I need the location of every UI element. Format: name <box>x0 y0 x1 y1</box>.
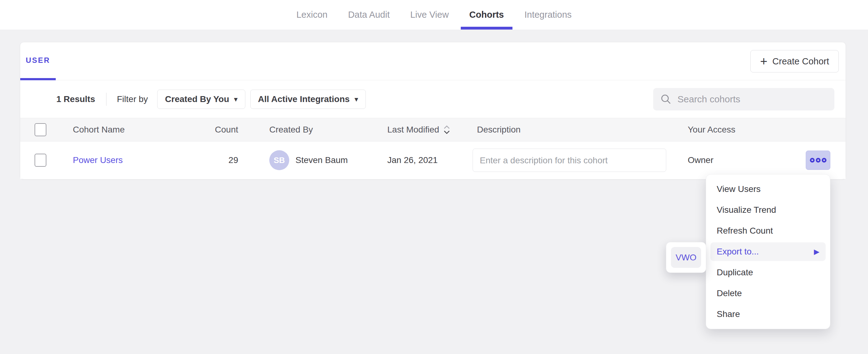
menu-item-view-users[interactable]: View Users <box>710 179 826 200</box>
nav-tab-lexicon[interactable]: Lexicon <box>288 0 336 30</box>
avatar: SB <box>269 150 289 170</box>
created-by-cell: SB Steven Baum <box>269 150 348 170</box>
card-tab-bar: USER + Create Cohort <box>20 42 845 80</box>
column-description: Description <box>477 125 521 135</box>
search-icon <box>660 93 672 105</box>
menu-item-export-to-label: Export to... <box>717 247 759 257</box>
integrations-dropdown[interactable]: All Active Integrations ▾ <box>250 90 366 109</box>
cohort-count: 29 <box>170 155 238 165</box>
nav-tab-cohorts[interactable]: Cohorts <box>461 0 512 30</box>
nav-tab-integrations[interactable]: Integrations <box>516 0 580 30</box>
filter-by-label: Filter by <box>117 94 148 104</box>
results-count: 1 Results <box>56 94 95 104</box>
description-input[interactable] <box>473 149 666 172</box>
menu-item-export-to[interactable]: Export to... ▶ <box>710 242 826 261</box>
top-nav: Lexicon Data Audit Live View Cohorts Int… <box>0 0 868 30</box>
search-box <box>653 88 834 110</box>
description-cell <box>473 149 666 172</box>
row-checkbox[interactable] <box>35 154 46 167</box>
more-actions-button[interactable] <box>806 151 830 170</box>
create-cohort-button[interactable]: + Create Cohort <box>750 50 839 72</box>
more-icon <box>809 157 827 164</box>
submenu-arrow-icon: ▶ <box>814 248 819 256</box>
column-last-modified[interactable]: Last Modified <box>387 125 451 135</box>
row-context-menu: View Users Visualize Trend Refresh Count… <box>706 174 830 329</box>
actions-cell <box>806 151 830 170</box>
sort-icon <box>443 125 451 134</box>
select-all-checkbox[interactable] <box>35 123 46 136</box>
create-cohort-label: Create Cohort <box>772 56 829 67</box>
table-row: Power Users 29 SB Steven Baum Jan 26, 20… <box>20 141 845 179</box>
search-input[interactable] <box>678 94 828 104</box>
tab-user[interactable]: USER <box>20 42 56 80</box>
menu-item-delete[interactable]: Delete <box>710 283 826 303</box>
plus-icon: + <box>760 55 767 67</box>
nav-tab-data-audit[interactable]: Data Audit <box>340 0 398 30</box>
last-modified-cell: Jan 26, 2021 <box>387 155 438 165</box>
menu-item-share[interactable]: Share <box>710 303 826 324</box>
chevron-down-icon: ▾ <box>234 96 238 103</box>
cohorts-card: USER + Create Cohort 1 Results Filter by… <box>20 42 846 180</box>
integrations-dropdown-label: All Active Integrations <box>258 94 350 104</box>
cohort-name-link[interactable]: Power Users <box>73 155 123 165</box>
divider <box>106 93 106 106</box>
menu-item-refresh-count[interactable]: Refresh Count <box>710 221 826 242</box>
nav-tab-live-view[interactable]: Live View <box>402 0 457 30</box>
export-option-vwo[interactable]: VWO <box>671 247 701 268</box>
column-count: Count <box>170 125 238 135</box>
access-value: Owner <box>688 155 713 165</box>
column-cohort-name: Cohort Name <box>73 125 125 135</box>
created-by-dropdown[interactable]: Created By You ▾ <box>157 90 245 109</box>
chevron-down-icon: ▾ <box>354 96 358 103</box>
created-by-name: Steven Baum <box>296 155 348 165</box>
table-header: Cohort Name Count Created By Last Modifi… <box>20 118 845 141</box>
export-submenu: VWO <box>666 242 706 273</box>
filter-bar: 1 Results Filter by Created By You ▾ All… <box>20 80 845 118</box>
created-by-dropdown-label: Created By You <box>165 94 229 104</box>
menu-item-duplicate[interactable]: Duplicate <box>710 262 826 283</box>
menu-item-visualize-trend[interactable]: Visualize Trend <box>710 200 826 221</box>
column-created-by: Created By <box>269 125 313 135</box>
column-your-access: Your Access <box>688 125 735 135</box>
column-last-modified-label: Last Modified <box>387 125 439 135</box>
